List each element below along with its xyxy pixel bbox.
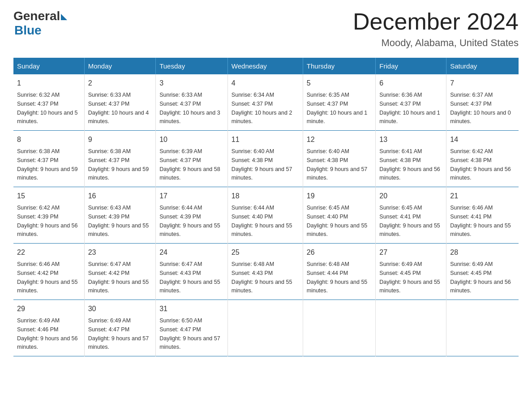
day-info: Sunrise: 6:38 AMSunset: 4:37 PMDaylight:… — [17, 148, 78, 181]
calendar-cell: 26Sunrise: 6:48 AMSunset: 4:44 PMDayligh… — [303, 244, 376, 300]
day-info: Sunrise: 6:46 AMSunset: 4:42 PMDaylight:… — [17, 261, 78, 294]
day-number: 21 — [450, 191, 515, 201]
day-number: 26 — [307, 247, 372, 258]
day-number: 23 — [88, 247, 152, 258]
logo-general-text: General — [13, 9, 60, 23]
day-info: Sunrise: 6:34 AMSunset: 4:37 PMDaylight:… — [232, 92, 292, 124]
day-info: Sunrise: 6:33 AMSunset: 4:37 PMDaylight:… — [159, 92, 220, 124]
calendar-cell — [227, 300, 303, 356]
calendar-cell: 16Sunrise: 6:43 AMSunset: 4:39 PMDayligh… — [84, 187, 156, 244]
calendar-cell: 22Sunrise: 6:46 AMSunset: 4:42 PMDayligh… — [13, 244, 84, 300]
calendar-body: 1Sunrise: 6:32 AMSunset: 4:37 PMDaylight… — [13, 74, 519, 356]
column-header-friday: Friday — [376, 58, 446, 74]
day-info: Sunrise: 6:33 AMSunset: 4:37 PMDaylight:… — [88, 92, 149, 124]
day-info: Sunrise: 6:32 AMSunset: 4:37 PMDaylight:… — [17, 92, 78, 124]
calendar-cell: 25Sunrise: 6:48 AMSunset: 4:43 PMDayligh… — [227, 244, 303, 300]
day-info: Sunrise: 6:47 AMSunset: 4:42 PMDaylight:… — [88, 261, 149, 294]
day-number: 18 — [232, 191, 299, 201]
calendar-cell: 3Sunrise: 6:33 AMSunset: 4:37 PMDaylight… — [156, 74, 228, 131]
day-number: 24 — [159, 247, 224, 258]
calendar-cell: 17Sunrise: 6:44 AMSunset: 4:39 PMDayligh… — [156, 187, 228, 244]
calendar-cell — [303, 300, 376, 356]
calendar-table: SundayMondayTuesdayWednesdayThursdayFrid… — [13, 58, 519, 356]
day-info: Sunrise: 6:49 AMSunset: 4:45 PMDaylight:… — [379, 261, 440, 294]
subtitle: Moody, Alabama, United States — [353, 37, 519, 49]
calendar-cell: 9Sunrise: 6:38 AMSunset: 4:37 PMDaylight… — [84, 131, 156, 187]
logo-arrow-icon — [61, 14, 67, 20]
calendar-cell: 21Sunrise: 6:46 AMSunset: 4:41 PMDayligh… — [446, 187, 519, 244]
week-row-2: 8Sunrise: 6:38 AMSunset: 4:37 PMDaylight… — [13, 131, 519, 187]
calendar-cell: 18Sunrise: 6:44 AMSunset: 4:40 PMDayligh… — [227, 187, 303, 244]
day-number: 15 — [17, 191, 81, 201]
day-info: Sunrise: 6:43 AMSunset: 4:39 PMDaylight:… — [88, 205, 149, 237]
day-number: 9 — [88, 134, 152, 145]
calendar-cell: 8Sunrise: 6:38 AMSunset: 4:37 PMDaylight… — [13, 131, 84, 187]
day-info: Sunrise: 6:42 AMSunset: 4:38 PMDaylight:… — [450, 148, 511, 181]
column-header-sunday: Sunday — [13, 58, 84, 74]
day-number: 5 — [307, 78, 372, 89]
calendar-cell: 5Sunrise: 6:35 AMSunset: 4:37 PMDaylight… — [303, 74, 376, 131]
day-number: 11 — [232, 134, 299, 145]
calendar-cell: 6Sunrise: 6:36 AMSunset: 4:37 PMDaylight… — [376, 74, 446, 131]
calendar-cell: 28Sunrise: 6:49 AMSunset: 4:45 PMDayligh… — [446, 244, 519, 300]
day-info: Sunrise: 6:44 AMSunset: 4:40 PMDaylight:… — [232, 205, 292, 237]
day-info: Sunrise: 6:41 AMSunset: 4:38 PMDaylight:… — [379, 148, 440, 181]
page-header: General Blue December 2024 Moody, Alabam… — [13, 9, 519, 49]
logo: General Blue — [13, 9, 67, 38]
day-number: 14 — [450, 134, 515, 145]
day-info: Sunrise: 6:49 AMSunset: 4:45 PMDaylight:… — [450, 261, 511, 294]
day-number: 19 — [307, 191, 372, 201]
week-row-3: 15Sunrise: 6:42 AMSunset: 4:39 PMDayligh… — [13, 187, 519, 244]
calendar-header: SundayMondayTuesdayWednesdayThursdayFrid… — [13, 58, 519, 74]
calendar-cell: 10Sunrise: 6:39 AMSunset: 4:37 PMDayligh… — [156, 131, 228, 187]
day-info: Sunrise: 6:42 AMSunset: 4:39 PMDaylight:… — [17, 205, 78, 237]
day-number: 31 — [159, 304, 224, 314]
week-row-4: 22Sunrise: 6:46 AMSunset: 4:42 PMDayligh… — [13, 244, 519, 300]
day-info: Sunrise: 6:40 AMSunset: 4:38 PMDaylight:… — [232, 148, 292, 181]
day-info: Sunrise: 6:38 AMSunset: 4:37 PMDaylight:… — [88, 148, 149, 181]
day-info: Sunrise: 6:45 AMSunset: 4:40 PMDaylight:… — [307, 205, 368, 237]
calendar-cell: 19Sunrise: 6:45 AMSunset: 4:40 PMDayligh… — [303, 187, 376, 244]
day-number: 28 — [450, 247, 515, 258]
day-info: Sunrise: 6:44 AMSunset: 4:39 PMDaylight:… — [159, 205, 220, 237]
calendar-cell: 11Sunrise: 6:40 AMSunset: 4:38 PMDayligh… — [227, 131, 303, 187]
calendar-cell: 29Sunrise: 6:49 AMSunset: 4:46 PMDayligh… — [13, 300, 84, 356]
calendar-cell: 23Sunrise: 6:47 AMSunset: 4:42 PMDayligh… — [84, 244, 156, 300]
calendar-cell — [376, 300, 446, 356]
calendar-cell: 20Sunrise: 6:45 AMSunset: 4:41 PMDayligh… — [376, 187, 446, 244]
day-info: Sunrise: 6:37 AMSunset: 4:37 PMDaylight:… — [450, 92, 511, 124]
day-info: Sunrise: 6:50 AMSunset: 4:47 PMDaylight:… — [159, 317, 220, 350]
logo-blue-text: Blue — [14, 23, 42, 38]
day-number: 17 — [159, 191, 224, 201]
day-info: Sunrise: 6:39 AMSunset: 4:37 PMDaylight:… — [159, 148, 220, 181]
calendar-cell: 2Sunrise: 6:33 AMSunset: 4:37 PMDaylight… — [84, 74, 156, 131]
day-info: Sunrise: 6:47 AMSunset: 4:43 PMDaylight:… — [159, 261, 220, 294]
day-number: 27 — [379, 247, 442, 258]
column-header-saturday: Saturday — [446, 58, 519, 74]
day-number: 29 — [17, 304, 81, 314]
title-block: December 2024 Moody, Alabama, United Sta… — [353, 9, 519, 49]
calendar-cell — [446, 300, 519, 356]
day-number: 8 — [17, 134, 81, 145]
calendar-cell: 24Sunrise: 6:47 AMSunset: 4:43 PMDayligh… — [156, 244, 228, 300]
day-number: 3 — [159, 78, 224, 89]
day-info: Sunrise: 6:40 AMSunset: 4:38 PMDaylight:… — [307, 148, 368, 181]
week-row-1: 1Sunrise: 6:32 AMSunset: 4:37 PMDaylight… — [13, 74, 519, 131]
calendar-cell: 31Sunrise: 6:50 AMSunset: 4:47 PMDayligh… — [156, 300, 228, 356]
day-number: 20 — [379, 191, 442, 201]
day-info: Sunrise: 6:49 AMSunset: 4:47 PMDaylight:… — [88, 317, 149, 350]
column-header-thursday: Thursday — [303, 58, 376, 74]
day-info: Sunrise: 6:35 AMSunset: 4:37 PMDaylight:… — [307, 92, 368, 124]
week-row-5: 29Sunrise: 6:49 AMSunset: 4:46 PMDayligh… — [13, 300, 519, 356]
calendar-cell: 15Sunrise: 6:42 AMSunset: 4:39 PMDayligh… — [13, 187, 84, 244]
day-number: 22 — [17, 247, 81, 258]
day-number: 7 — [450, 78, 515, 89]
calendar-cell: 14Sunrise: 6:42 AMSunset: 4:38 PMDayligh… — [446, 131, 519, 187]
day-number: 2 — [88, 78, 152, 89]
day-number: 30 — [88, 304, 152, 314]
day-number: 1 — [17, 78, 81, 89]
column-header-wednesday: Wednesday — [227, 58, 303, 74]
calendar-cell: 13Sunrise: 6:41 AMSunset: 4:38 PMDayligh… — [376, 131, 446, 187]
day-number: 10 — [159, 134, 224, 145]
calendar-cell: 30Sunrise: 6:49 AMSunset: 4:47 PMDayligh… — [84, 300, 156, 356]
